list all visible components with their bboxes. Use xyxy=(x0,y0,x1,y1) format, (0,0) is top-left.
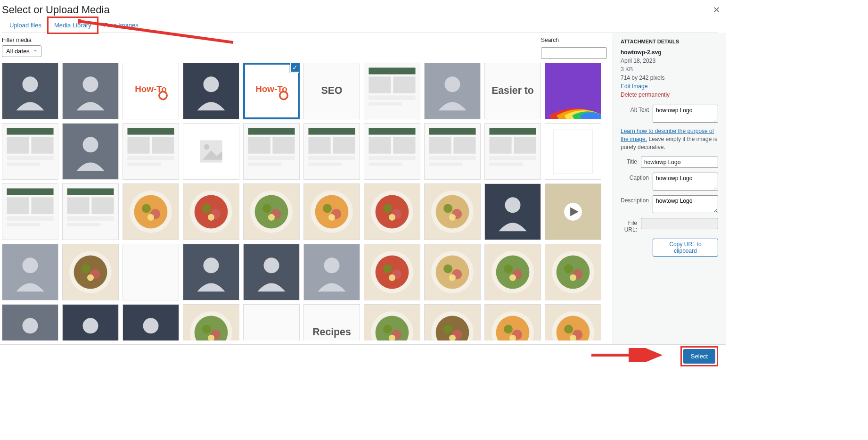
thumb-woman-black[interactable] xyxy=(183,244,239,300)
svg-rect-21 xyxy=(368,102,402,106)
svg-rect-70 xyxy=(489,128,536,134)
svg-point-160 xyxy=(504,264,513,273)
svg-point-135 xyxy=(82,264,90,273)
thumb-food-layout-4[interactable] xyxy=(424,123,481,180)
thumb-chopping[interactable] xyxy=(62,244,119,300)
thumb-seo[interactable]: SEO xyxy=(303,63,360,119)
title-field-label: Title xyxy=(621,157,637,165)
thumb-laptop[interactable] xyxy=(183,63,239,119)
thumb-woman-cooking[interactable] xyxy=(2,244,58,300)
thumb-responsive[interactable] xyxy=(123,123,179,180)
thumb-fried-egg[interactable] xyxy=(303,183,360,240)
thumb-man-white[interactable] xyxy=(123,304,179,340)
thumb-placeholder[interactable] xyxy=(183,123,239,180)
svg-rect-58 xyxy=(368,128,415,134)
svg-rect-60 xyxy=(393,137,415,153)
svg-rect-74 xyxy=(489,163,523,166)
thumb-man-sitting[interactable] xyxy=(62,63,119,119)
svg-point-106 xyxy=(268,214,275,221)
thumb-food-layout-3[interactable] xyxy=(364,123,420,180)
close-icon[interactable]: ✕ xyxy=(713,5,720,15)
annotation-arrow-1 xyxy=(78,19,238,47)
svg-point-170 xyxy=(22,318,38,333)
svg-point-142 xyxy=(263,257,279,273)
thumb-devices[interactable] xyxy=(364,63,420,119)
svg-rect-181 xyxy=(244,305,299,340)
thumb-eggs[interactable] xyxy=(243,183,300,240)
thumb-grain-bowl[interactable] xyxy=(484,244,541,300)
title-input[interactable] xyxy=(641,157,718,168)
svg-point-110 xyxy=(323,204,332,213)
thumb-avocado-toast[interactable] xyxy=(364,244,420,300)
svg-point-118 xyxy=(389,214,395,221)
svg-rect-28 xyxy=(7,128,53,134)
thumb-recipes[interactable]: Recipes xyxy=(303,304,360,340)
thumb-portrait-hat[interactable] xyxy=(62,123,119,180)
search-input[interactable] xyxy=(541,47,607,59)
thumb-burger[interactable] xyxy=(364,183,420,240)
thumb-food-layout-5[interactable] xyxy=(484,123,541,180)
thumb-food-layout-1[interactable] xyxy=(243,123,300,180)
edit-image-link[interactable]: Edit Image xyxy=(621,83,647,90)
svg-rect-30 xyxy=(31,137,53,153)
select-button[interactable]: Select xyxy=(683,349,715,364)
svg-rect-31 xyxy=(7,156,53,160)
thumb-tacos[interactable] xyxy=(424,244,481,300)
filter-select[interactable]: All dates xyxy=(2,45,41,57)
thumb-howto-orange[interactable]: How-To xyxy=(123,63,179,119)
thumb-man-sunglasses[interactable] xyxy=(303,244,360,300)
alt-label: Alt Text xyxy=(621,105,649,113)
svg-point-98 xyxy=(202,204,211,213)
media-grid: How-ToHow-To✓SEOEasier toRecipes xyxy=(2,63,611,340)
thumb-citrus[interactable] xyxy=(484,304,541,340)
thumb-pancakes[interactable] xyxy=(183,304,239,340)
thumb-site-2[interactable] xyxy=(62,183,119,240)
thumb-howto-logo[interactable]: How-To✓ xyxy=(243,63,300,119)
thumb-play-thumb[interactable] xyxy=(545,183,601,240)
annotation-arrow-2 xyxy=(589,348,664,362)
svg-text:SEO: SEO xyxy=(321,85,343,96)
thumb-veg-top[interactable] xyxy=(424,304,481,340)
thumb-man-gray[interactable] xyxy=(62,304,119,340)
thumb-broccoli[interactable] xyxy=(364,304,420,340)
thumb-woman-asian[interactable] xyxy=(2,304,58,340)
thumb-signature[interactable] xyxy=(123,244,179,300)
check-icon: ✓ xyxy=(290,63,300,73)
svg-rect-65 xyxy=(429,137,451,153)
svg-point-162 xyxy=(509,274,516,281)
tab-upload-files[interactable]: Upload files xyxy=(4,18,47,33)
thumb-salad-2[interactable] xyxy=(545,304,601,340)
modal-title: Select or Upload Media xyxy=(2,4,718,16)
search-label: Search xyxy=(541,37,607,43)
svg-rect-50 xyxy=(248,163,281,166)
alt-input[interactable]: howtowp Logo xyxy=(653,105,718,123)
fileurl-input[interactable] xyxy=(641,218,718,229)
thumb-blank-page[interactable] xyxy=(545,123,601,180)
thumb-signature-2[interactable] xyxy=(243,304,300,340)
svg-rect-78 xyxy=(7,188,53,195)
thumb-rainbow[interactable] xyxy=(545,63,601,119)
thumb-pasta[interactable] xyxy=(424,183,481,240)
svg-rect-17 xyxy=(368,67,415,74)
caption-input[interactable]: howtowp Logo xyxy=(653,173,718,191)
thumb-phone-food[interactable] xyxy=(484,183,541,240)
delete-link[interactable]: Delete permanently xyxy=(621,91,670,98)
thumb-site-1[interactable] xyxy=(2,183,58,240)
thumb-woman-smile[interactable] xyxy=(243,244,300,300)
thumb-food-layout-2[interactable] xyxy=(303,123,360,180)
thumb-salad-bowl[interactable] xyxy=(123,183,179,240)
copy-url-button[interactable]: Copy URL to clipboard xyxy=(653,239,718,257)
attachment-filename: howtowp-2.svg xyxy=(621,49,662,56)
thumb-breakfast[interactable] xyxy=(183,183,239,240)
svg-point-10 xyxy=(203,76,219,92)
thumb-iphone-x[interactable] xyxy=(2,123,58,180)
svg-rect-55 xyxy=(308,156,355,160)
svg-point-187 xyxy=(383,324,392,333)
desc-input[interactable]: howtowp Logo xyxy=(653,195,718,213)
thumb-brussels[interactable] xyxy=(545,244,601,300)
thumb-crowd[interactable] xyxy=(424,63,481,119)
thumb-building[interactable] xyxy=(2,63,58,119)
svg-point-43 xyxy=(204,144,210,150)
svg-rect-18 xyxy=(368,76,391,93)
thumb-easier[interactable]: Easier to xyxy=(484,63,541,119)
